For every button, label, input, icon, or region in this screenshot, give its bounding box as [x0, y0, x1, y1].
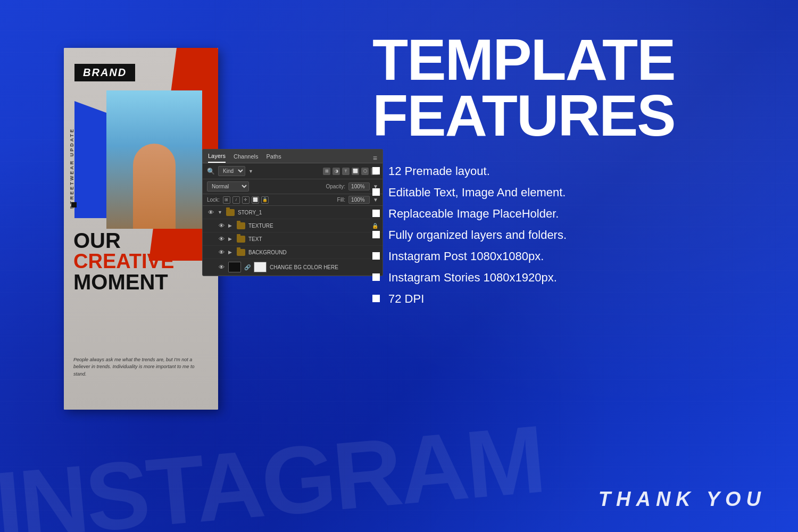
smart-icon[interactable]: ⬡ [361, 168, 369, 175]
layer-story-1[interactable]: 👁 ▼ Story_1 [203, 206, 383, 219]
bullet-2 [372, 188, 380, 196]
layer-name-background: BACKGROUND [248, 250, 378, 255]
feature-item-7: 72 DPI [372, 292, 771, 306]
dropdown-arrow: ▼ [248, 169, 253, 174]
headline-our: OUR [73, 230, 174, 251]
blend-mode-dropdown[interactable]: Normal [207, 181, 249, 192]
visibility-eye-text[interactable]: 👁 [218, 235, 225, 243]
expand-arrow-text[interactable]: ▶ [228, 236, 234, 242]
expand-arrow-story1[interactable]: ▼ [218, 210, 223, 215]
title-line1: TEMPLATE [372, 32, 771, 88]
opacity-input[interactable] [348, 182, 370, 190]
layers-panel-tabs: Layers Channels Paths ≡ [203, 149, 383, 163]
feature-item-1: 12 Premade layout. [372, 164, 771, 178]
right-section: TEMPLATE FEATURES 12 Premade layout. Edi… [372, 32, 771, 313]
visibility-eye-bg[interactable]: 👁 [218, 248, 225, 256]
lock-artboard-icon[interactable]: ⬜ [252, 196, 259, 204]
fill-label: Fill: [337, 197, 346, 203]
thank-you-text: THANK YOU [598, 488, 766, 511]
tab-layers[interactable]: Layers [208, 153, 226, 163]
feature-text-2: Editable Text, Image And element. [388, 186, 566, 200]
poster-vertical-text: STREETWEAR UPDATE [69, 128, 74, 209]
pixel-icon[interactable]: ⊞ [323, 168, 330, 175]
bullet-5 [372, 252, 380, 260]
folder-icon-background [237, 249, 245, 256]
poster-brand-label: BRAND [74, 64, 135, 81]
lock-pixels-icon[interactable]: / [232, 196, 240, 204]
folder-icon-texture [237, 222, 245, 229]
layer-name-story1: Story_1 [238, 210, 378, 215]
bullet-6 [372, 273, 380, 281]
feature-text-7: 72 DPI [388, 292, 424, 306]
title-line2: FEATURES [372, 88, 771, 144]
layer-name-texture: TEXTURE [248, 223, 369, 229]
ps-icon-row: ⊞ ◑ T ⬜ ⬡ • [323, 168, 378, 175]
feature-item-4: Fully organized layers and folders. [372, 228, 771, 242]
expand-arrow-texture[interactable]: ▶ [228, 223, 234, 228]
feature-text-6: Instagram Stories 1080x1920px. [388, 271, 557, 285]
kind-dropdown[interactable]: Kind [218, 166, 245, 176]
features-list: 12 Premade layout. Editable Text, Image … [372, 164, 771, 306]
feature-item-3: Replaceable Image PlaceHolder. [372, 207, 771, 221]
poster-quote: People always ask me what the trends are… [73, 356, 209, 378]
tab-channels[interactable]: Channels [234, 153, 258, 162]
poster-headline: OUR CREATIVE MOMENT [73, 230, 174, 293]
feature-text-3: Replaceable Image PlaceHolder. [388, 207, 559, 221]
layers-search-row: 🔍 Kind ▼ ⊞ ◑ T ⬜ ⬡ • [203, 163, 383, 179]
main-title: TEMPLATE FEATURES [372, 32, 771, 143]
layer-background[interactable]: 👁 ▶ BACKGROUND [203, 246, 383, 259]
feature-text-5: Instagram Post 1080x1080px. [388, 250, 544, 263]
search-icon: 🔍 [207, 168, 215, 175]
thumb-black-changebg [228, 262, 241, 272]
feature-item-2: Editable Text, Image And element. [372, 186, 771, 200]
poster-photo [106, 90, 202, 229]
folder-icon-text [237, 236, 245, 243]
poster-small-square [71, 202, 77, 207]
lock-label: Lock: [207, 197, 220, 203]
visibility-eye-changebg[interactable]: 👁 [218, 263, 225, 271]
shape-icon[interactable]: ⬜ [352, 168, 359, 175]
thumb-white-changebg [254, 262, 267, 272]
feature-text-1: 12 Premade layout. [388, 164, 490, 178]
layer-name-text: TEXT [248, 236, 378, 242]
bullet-1 [372, 167, 380, 174]
feature-text-4: Fully organized layers and folders. [388, 228, 567, 242]
left-section: BRAND STREETWEAR UPDATE OUR CREATIVE MOM… [32, 32, 287, 495]
layers-blend-row: Normal Opacity: ▼ [203, 179, 383, 194]
visibility-eye-texture[interactable]: 👁 [218, 222, 225, 229]
adjust-icon[interactable]: ◑ [332, 168, 340, 175]
feature-item-5: Instagram Post 1080x1080px. [372, 250, 771, 263]
layer-texture[interactable]: 👁 ▶ TEXTURE 🔒 [203, 219, 383, 232]
fill-input[interactable] [348, 196, 370, 204]
layer-name-changebg: CHANGE BG COLOR HERE [270, 264, 378, 270]
type-icon[interactable]: T [342, 168, 350, 175]
visibility-eye-story1[interactable]: 👁 [207, 209, 214, 216]
chain-icon-changebg: 🔗 [244, 264, 251, 270]
feature-item-6: Instagram Stories 1080x1920px. [372, 271, 771, 285]
lock-transparent-icon[interactable]: ⊞ [223, 196, 230, 204]
opacity-label: Opacity: [326, 184, 345, 189]
tab-paths[interactable]: Paths [267, 153, 281, 162]
bullet-4 [372, 231, 380, 238]
lock-all-icon[interactable]: 🔒 [261, 196, 269, 204]
headline-creative: CREATIVE [73, 251, 174, 271]
poster-card: BRAND STREETWEAR UPDATE OUR CREATIVE MOM… [64, 48, 218, 410]
layers-lock-row: Lock: ⊞ / ✛ ⬜ 🔒 Fill: ▼ [203, 194, 383, 206]
bullet-3 [372, 210, 380, 217]
headline-moment: MOMENT [73, 271, 174, 293]
lock-move-icon[interactable]: ✛ [242, 196, 250, 204]
bullet-7 [372, 295, 380, 302]
lock-icons: ⊞ / ✛ ⬜ 🔒 [223, 196, 269, 204]
layer-text[interactable]: 👁 ▶ TEXT [203, 232, 383, 246]
folder-icon-story1 [226, 209, 235, 216]
layer-change-bg[interactable]: 👁 🔗 CHANGE BG COLOR HERE [203, 259, 383, 276]
expand-arrow-bg[interactable]: ▶ [228, 250, 234, 255]
layers-panel: Layers Channels Paths ≡ 🔍 Kind ▼ ⊞ ◑ T ⬜… [202, 149, 383, 276]
